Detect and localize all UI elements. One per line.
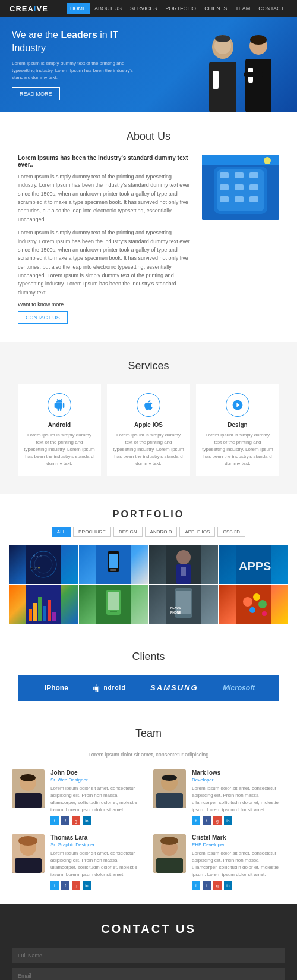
filter-all[interactable]: ALL [52, 527, 71, 537]
member-3-avatar [12, 834, 45, 873]
filter-android[interactable]: ANDROID [145, 527, 178, 537]
svg-rect-18 [249, 184, 258, 190]
portfolio-item-8[interactable] [219, 585, 288, 624]
member-4-social: t f g in [192, 881, 285, 890]
services-title: Services [18, 360, 279, 372]
portfolio-grid: ✉ ☁ ⚙📱 🔗 💡 APPS NEXUSPHONE [9, 545, 288, 624]
filter-brochure[interactable]: BROCHURE [73, 527, 111, 537]
svg-point-4 [215, 35, 230, 42]
team-subtitle: Lorem ipsum dolor sit amet, consectetur … [12, 752, 285, 758]
hero-body: Lorem Ipsum is simply dummy text of the … [12, 60, 148, 81]
svg-rect-15 [249, 172, 258, 178]
svg-rect-41 [33, 603, 37, 621]
member-3-info: Thomas Lara Sr. Graphic Designer Lorem i… [50, 834, 144, 890]
svg-rect-45 [52, 612, 56, 621]
member-3-social: t f g in [50, 881, 144, 890]
service-ios: Apple IOS Lorem Ipsum is simply dummy te… [107, 384, 190, 476]
portfolio-item-6[interactable] [79, 585, 148, 624]
about-title: About Us [18, 130, 279, 143]
svg-text:✉ ☁ ⚙: ✉ ☁ ⚙ [33, 554, 43, 558]
svg-rect-72 [15, 858, 42, 873]
portfolio-item-2[interactable] [79, 545, 148, 584]
filter-appleios[interactable]: APPLE IOS [179, 527, 215, 537]
member-2-name: Mark lows [192, 769, 285, 776]
member-2-bio: Lorem ipsum dolor sit amet, consectetur … [192, 785, 285, 813]
contact-form: SEND [12, 948, 285, 980]
social-facebook-2[interactable]: f [203, 816, 211, 825]
svg-point-58 [258, 600, 267, 608]
service-design-desc: Lorem Ipsum is simply dummy text of the … [202, 432, 273, 467]
apple-icon [137, 393, 160, 417]
team-member-3: Thomas Lara Sr. Graphic Designer Lorem i… [12, 834, 144, 890]
svg-text:APPS: APPS [239, 560, 271, 573]
social-twitter-4[interactable]: t [192, 881, 200, 890]
contact-section: CONTACT US SEND [0, 904, 297, 980]
social-linkedin-1[interactable]: in [83, 816, 91, 825]
svg-point-6 [250, 35, 267, 45]
portfolio-item-3[interactable] [149, 545, 218, 584]
svg-rect-21 [249, 196, 258, 202]
service-android-title: Android [24, 422, 95, 428]
svg-point-75 [160, 837, 178, 845]
portfolio-item-7[interactable]: NEXUSPHONE [149, 585, 218, 624]
svg-point-23 [264, 157, 271, 164]
about-text-block: Lorem Ipsums has been the industry's sta… [18, 155, 190, 324]
social-google-4[interactable]: g [213, 881, 222, 890]
client-samsung: SAMSUNG [150, 683, 198, 692]
member-1-name: John Doe [50, 769, 144, 776]
about-para1: Lorem Ipsum is simply dummy text of the … [18, 172, 190, 224]
hero-cta-button[interactable]: READ MORE [12, 87, 60, 100]
portfolio-title: PORTFOLIO [9, 509, 288, 520]
svg-point-64 [20, 774, 36, 781]
svg-rect-9 [244, 72, 264, 77]
about-want: Want to know more.. [18, 301, 190, 307]
hero-section: We are the Leaders in IT Industry Lorem … [0, 17, 297, 112]
social-linkedin-2[interactable]: in [224, 816, 232, 825]
nav-team[interactable]: TEAM [232, 3, 254, 14]
social-facebook-3[interactable]: f [61, 881, 69, 890]
nav-portfolio[interactable]: PORTFOLIO [162, 3, 200, 14]
nav-home[interactable]: HOME [67, 3, 90, 14]
about-contact-button[interactable]: CONTACT US [18, 311, 68, 324]
nav-contact[interactable]: CONTACT [255, 3, 287, 14]
social-facebook-4[interactable]: f [203, 881, 211, 890]
social-linkedin-3[interactable]: in [83, 881, 91, 890]
portfolio-section: PORTFOLIO ALL BROCHURE DESIGN ANDROID AP… [0, 494, 297, 639]
nav-about[interactable]: ABOUT US [91, 3, 125, 14]
social-twitter-3[interactable]: t [50, 881, 59, 890]
svg-rect-14 [235, 172, 244, 178]
navbar: CREAIVE HOME ABOUT US SERVICES PORTFOLIO… [0, 0, 297, 17]
portfolio-item-4[interactable]: APPS [219, 545, 288, 584]
member-2-avatar [153, 769, 186, 808]
team-grid: John Doe Sr. Web Designer Lorem ipsum do… [12, 769, 285, 890]
social-google-2[interactable]: g [213, 816, 222, 825]
about-intro: Lorem Ipsums has been the industry's sta… [18, 155, 190, 168]
svg-point-56 [243, 597, 252, 607]
social-facebook-1[interactable]: f [61, 816, 69, 825]
social-google-3[interactable]: g [72, 881, 80, 890]
svg-rect-17 [235, 184, 244, 190]
social-google-1[interactable]: g [72, 816, 80, 825]
member-1-avatar [12, 769, 45, 808]
service-android-desc: Lorem Ipsum is simply dummy text of the … [24, 432, 95, 467]
social-twitter-2[interactable]: t [192, 816, 200, 825]
portfolio-item-5[interactable] [9, 585, 78, 624]
service-ios-title: Apple IOS [113, 422, 184, 428]
contact-email-input[interactable] [12, 968, 285, 980]
nav-clients[interactable]: CLIENTS [201, 3, 230, 14]
social-twitter-1[interactable]: t [50, 816, 59, 825]
svg-rect-44 [48, 600, 51, 621]
filter-css3d[interactable]: CSS 3D [217, 527, 245, 537]
filter-design[interactable]: DESIGN [113, 527, 143, 537]
social-linkedin-4[interactable]: in [224, 881, 232, 890]
nav-services[interactable]: SERVICES [127, 3, 160, 14]
about-image [202, 155, 279, 324]
portfolio-item-1[interactable]: ✉ ☁ ⚙📱 🔗 💡 [9, 545, 78, 584]
svg-text:📱 🔗 💡: 📱 🔗 💡 [30, 567, 40, 570]
services-grid: Android Lorem Ipsum is simply dummy text… [18, 384, 279, 476]
contact-name-input[interactable] [12, 948, 285, 963]
member-3-name: Thomas Lara [50, 834, 144, 841]
svg-rect-63 [15, 793, 42, 808]
member-2-social: t f g in [192, 816, 285, 825]
svg-rect-36 [181, 567, 186, 576]
